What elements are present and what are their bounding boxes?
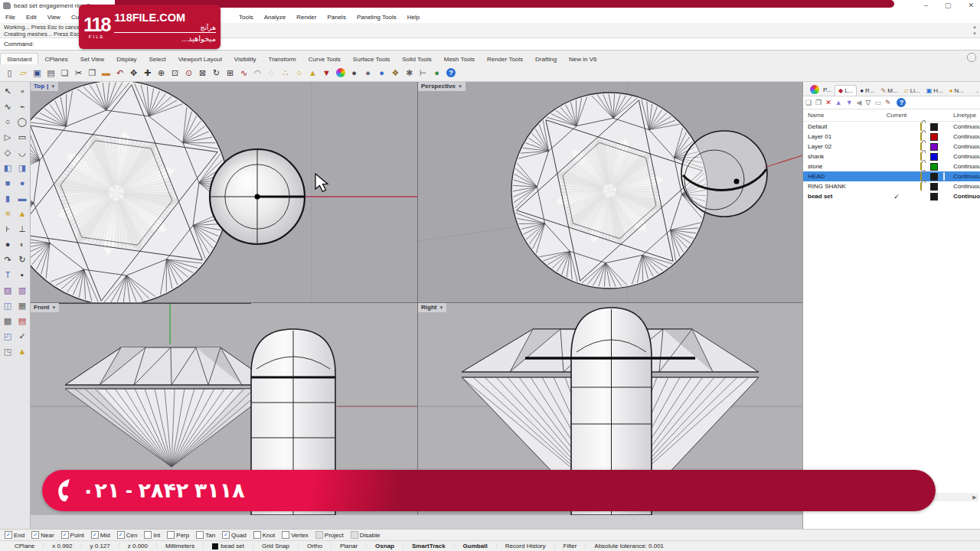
viewport-menu-arrow-icon[interactable]: ▼ — [51, 305, 56, 310]
layer-linetype[interactable]: Continuous — [953, 153, 980, 160]
new-layer-icon[interactable]: ❏ — [805, 99, 812, 106]
viewport-perspective-label[interactable]: Perspective▼ — [418, 82, 466, 91]
osnap-knot[interactable]: Knot — [253, 531, 275, 539]
explode-icon[interactable]: ✳ — [1, 206, 15, 221]
toolbar-tab-curve-tools[interactable]: Curve Tools — [302, 54, 347, 64]
osnap-int[interactable]: Int — [144, 531, 160, 539]
status-toggle-smarttrack[interactable]: SmartTrack — [403, 543, 455, 549]
report-icon[interactable]: ▭ — [874, 99, 881, 106]
dimension-icon[interactable]: ⊢ — [416, 67, 430, 80]
cone-icon[interactable]: ▼ — [320, 67, 333, 80]
select-arrow-icon[interactable]: ↖ — [1, 83, 15, 99]
layer-row[interactable]: bead set✓Continuous — [803, 191, 980, 201]
paste-icon[interactable]: ▬ — [100, 67, 113, 80]
osnap-vertex[interactable]: Vertex — [282, 531, 309, 539]
move-view-icon[interactable]: ✚ — [141, 67, 154, 80]
notebook-icon[interactable]: ◰ — [1, 328, 15, 344]
layer-row[interactable]: HEADContinuous — [803, 171, 980, 181]
layer-row[interactable]: DefaultContinuous — [803, 122, 980, 132]
osnap-mid[interactable]: Mid — [91, 531, 110, 539]
globe-icon[interactable]: ● — [430, 67, 443, 80]
export-icon[interactable]: ❏ — [58, 67, 71, 80]
toolbar-tab-surface-tools[interactable]: Surface Tools — [347, 54, 396, 64]
layer-lock-icon[interactable] — [920, 163, 930, 170]
cplane-button[interactable]: CPlane — [6, 543, 44, 549]
cut-icon[interactable]: ✂ — [72, 67, 85, 80]
text-icon[interactable]: T — [1, 267, 15, 282]
toolbar-tab-visibility[interactable]: Visibility — [228, 54, 263, 64]
active-layer-pane[interactable]: bead set — [204, 543, 253, 549]
box-icon[interactable]: ■ — [1, 175, 15, 191]
move-down-icon[interactable]: ▼ — [846, 99, 853, 106]
layer-linetype[interactable]: Continuous — [953, 183, 980, 190]
viewport-top[interactable]: Top|▼ — [31, 82, 417, 302]
disk-icon[interactable]: ◫ — [1, 298, 15, 313]
zoom-window-icon[interactable]: ⊡ — [168, 67, 181, 80]
layer-lock-icon[interactable] — [920, 183, 930, 190]
sphere-dark-icon[interactable]: ● — [348, 67, 361, 80]
layer-row[interactable]: stoneContinuous — [803, 161, 980, 171]
osnap-project[interactable]: Project — [315, 531, 344, 539]
viewport-top-label[interactable]: Top|▼ — [31, 82, 58, 91]
layer-lock-icon[interactable] — [920, 123, 930, 130]
gear-icon[interactable]: ✱ — [403, 67, 416, 80]
pyramid-icon[interactable]: ▲ — [15, 344, 29, 359]
layer-row[interactable]: Layer 02Continuous — [803, 142, 980, 152]
menu-item-file[interactable]: File — [0, 14, 21, 21]
menu-item-panels[interactable]: Panels — [322, 14, 351, 21]
toolbar-tab-drafting[interactable]: Drafting — [529, 54, 563, 64]
curve-tool-icon[interactable]: ∿ — [237, 67, 250, 80]
layer-color-swatch[interactable] — [930, 193, 938, 201]
scroll-right-icon[interactable]: ▶ — [971, 494, 978, 500]
menu-item-render[interactable]: Render — [291, 14, 322, 21]
osnap-near[interactable]: Near — [31, 531, 54, 539]
arc-tool-icon[interactable]: ◠ — [251, 67, 264, 80]
menu-item-help[interactable]: Help — [402, 14, 425, 21]
panel-tab-notifications[interactable]: ●N... — [946, 86, 967, 96]
status-toggle-grid-snap[interactable]: Grid Snap — [253, 543, 299, 549]
polyline-icon[interactable]: ◇ — [1, 145, 15, 160]
layer-lock-icon[interactable] — [920, 133, 930, 140]
toolbar-tab-new-in-v6[interactable]: New in V6 — [563, 54, 603, 64]
zoom-icon[interactable]: ⊕ — [155, 67, 168, 80]
layer-row[interactable]: shankContinuous — [803, 152, 980, 161]
history-scroll-arrows[interactable]: ▲▼ — [969, 24, 977, 37]
layer-lock-icon[interactable] — [920, 153, 930, 160]
checkbox-end[interactable] — [5, 531, 12, 539]
viewport-front-label[interactable]: Front▼ — [31, 303, 59, 312]
toolbar-tab-set-view[interactable]: Set View — [74, 54, 110, 64]
curve-icon[interactable]: ∿ — [1, 99, 15, 114]
panel-tab-help-panel[interactable]: ▣H... — [923, 86, 946, 96]
layer-row[interactable]: Layer 01Continuous — [803, 132, 980, 142]
layer-linetype[interactable]: Continuous — [953, 163, 980, 170]
toolbar-tab-standard[interactable]: Standard — [0, 53, 38, 64]
layer-linetype[interactable]: Continuous — [953, 133, 980, 140]
checkbox-near[interactable] — [31, 531, 39, 539]
osnap-quad[interactable]: Quad — [222, 531, 247, 539]
flash-icon[interactable]: ▲ — [15, 206, 29, 221]
menu-item-tools[interactable]: Tools — [234, 14, 259, 21]
layer-color-swatch[interactable] — [930, 183, 938, 191]
status-toggle-osnap[interactable]: Osnap — [367, 543, 403, 549]
copy-layer-icon[interactable]: ❐ — [815, 99, 822, 106]
checkbox-point[interactable] — [61, 531, 69, 539]
toolbar-gear-icon[interactable] — [967, 53, 976, 62]
surface-bend-icon[interactable]: ◨ — [15, 160, 29, 175]
ellipse-icon[interactable]: ◯ — [15, 114, 29, 129]
sphere-icon[interactable]: ● — [15, 175, 29, 191]
checkbox-cen[interactable] — [117, 531, 125, 539]
cylinder-icon[interactable]: ▮ — [1, 191, 15, 206]
checkbox-perp[interactable] — [167, 531, 175, 539]
zoom-selected-icon[interactable]: ⊙ — [182, 67, 195, 80]
layer-linetype[interactable]: Continuous — [953, 173, 980, 180]
status-toggle-ortho[interactable]: Ortho — [299, 543, 332, 549]
check-icon[interactable]: ✓ — [15, 328, 29, 344]
layer-linetype[interactable]: Continuous — [953, 123, 980, 130]
toolbar-tab-viewport-layout[interactable]: Viewport Layout — [172, 54, 228, 64]
menu-item-paneling-tools[interactable]: Paneling Tools — [351, 14, 402, 21]
minimize-button[interactable]: – — [924, 1, 928, 10]
osnap-end[interactable]: End — [5, 531, 24, 539]
copy-icon[interactable]: ❐ — [86, 67, 99, 80]
joint2-icon[interactable]: ⊥ — [15, 221, 29, 236]
arc-icon[interactable]: ◡ — [15, 145, 29, 160]
